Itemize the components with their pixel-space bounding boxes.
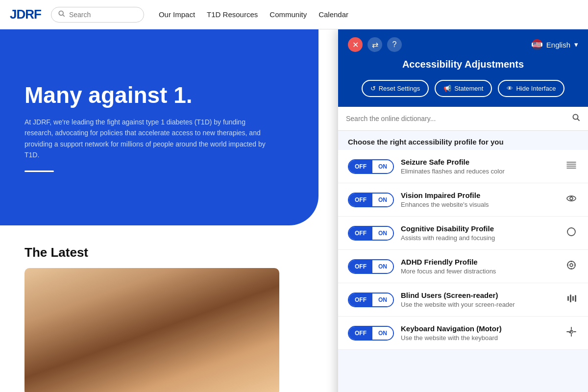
blind-toggle[interactable]: OFF ON [348,293,394,307]
svg-point-5 [570,197,573,200]
cognitive-profile-name: Cognitive Disability Profile [401,224,558,233]
latest-title: The Latest [24,245,294,260]
dict-search-icon [572,114,580,123]
seizure-profile-name: Seizure Safe Profile [401,158,558,166]
seizure-toggle-on[interactable]: ON [372,160,393,173]
svg-line-3 [578,119,580,121]
main-content: Many against 1. At JDRF, we're leading t… [0,29,588,392]
panel-actions: ↺ Reset Settings 📢 Statement 👁 Hide Inte… [338,80,588,107]
keyboard-profile-desc: Use the website with the keyboard [401,334,558,342]
eye-icon: 👁 [507,85,513,92]
hero-line [24,171,54,172]
keyboard-toggle-off[interactable]: OFF [349,327,372,340]
vision-profile-desc: Enhances the website's visuals [401,201,558,208]
statement-label: Statement [454,85,483,92]
svg-point-7 [567,261,575,269]
logo-text: JDRF [10,7,41,22]
hide-interface-button[interactable]: 👁 Hide Interface [498,80,564,97]
svg-line-1 [63,15,64,16]
panel-help-button[interactable]: ? [387,37,402,52]
profile-row-cognitive: OFF ON Cognitive Disability Profile Assi… [338,217,588,250]
statement-button[interactable]: 📢 Statement [435,80,492,97]
seizure-toggle-off[interactable]: OFF [349,160,372,173]
svg-rect-13 [567,296,569,301]
adhd-profile-icon [564,259,578,274]
hide-label: Hide Interface [516,85,556,92]
adhd-toggle-on[interactable]: ON [372,260,393,273]
blind-profile-desc: Use the website with your screen-reader [401,301,558,308]
profile-row-seizure: OFF ON Seizure Safe Profile Eliminates f… [338,150,588,183]
panel-close-button[interactable]: ✕ [348,37,363,52]
reset-label: Reset Settings [379,85,420,92]
search-bar[interactable] [51,7,144,23]
panel-header: ✕ ⇄ ? 🇺🇸 English ▾ [338,29,588,59]
panel-controls: ✕ ⇄ ? [348,37,402,52]
logo: JDRF [10,7,41,22]
svg-rect-16 [575,295,576,302]
blind-toggle-on[interactable]: ON [372,294,393,306]
vision-toggle[interactable]: OFF ON [348,193,394,207]
profile-row-blind: OFF ON Blind Users (Screen-reader) Use t… [338,283,588,317]
dictionary-search[interactable] [338,107,588,131]
nav-items: Our Impact T1D Resources Community Calen… [159,10,348,19]
hero-section: Many against 1. At JDRF, we're leading t… [0,29,318,225]
nav-community[interactable]: Community [270,10,307,19]
profile-row-keyboard: OFF ON Keyboard Navigation (Motor) Use t… [338,317,588,350]
search-icon [58,10,65,19]
adhd-toggle-off[interactable]: OFF [349,260,372,273]
keyboard-toggle-on[interactable]: ON [372,327,393,340]
vision-toggle-on[interactable]: ON [372,194,393,206]
profile-row-vision: OFF ON Vision Impaired Profile Enhances … [338,183,588,217]
adhd-toggle[interactable]: OFF ON [348,259,394,274]
flag-icon: 🇺🇸 [532,39,542,50]
vision-profile-info: Vision Impaired Profile Enhances the web… [401,191,558,208]
cognitive-profile-desc: Assists with reading and focusing [401,234,558,242]
language-selector[interactable]: 🇺🇸 English ▾ [532,39,578,50]
cognitive-toggle-on[interactable]: ON [372,227,393,240]
reset-icon: ↺ [370,85,376,92]
seizure-profile-icon [564,159,578,174]
svg-point-6 [567,228,575,236]
nav-t1d-resources[interactable]: T1D Resources [207,10,258,19]
panel-nav-button[interactable]: ⇄ [368,37,382,52]
hero-title: Many against 1. [24,83,294,108]
cognitive-profile-icon [564,226,578,241]
header: JDRF Our Impact T1D Resources Community … [0,0,588,29]
vision-profile-name: Vision Impaired Profile [401,191,558,199]
cognitive-toggle-off[interactable]: OFF [349,227,372,240]
adhd-profile-info: ADHD Friendly Profile More focus and few… [401,258,558,275]
megaphone-icon: 📢 [443,85,451,92]
seizure-toggle[interactable]: OFF ON [348,159,394,174]
image-placeholder [24,268,279,392]
language-label: English [546,41,570,49]
profile-subtitle: Choose the right accessibility profile f… [338,131,588,150]
adhd-profile-desc: More focus and fewer distractions [401,268,558,275]
reset-settings-button[interactable]: ↺ Reset Settings [362,80,429,97]
nav-calendar[interactable]: Calendar [318,10,348,19]
panel-title-bar: Accessibility Adjustments [338,59,588,80]
cognitive-profile-info: Cognitive Disability Profile Assists wit… [401,224,558,242]
panel-title: Accessibility Adjustments [348,59,578,70]
keyboard-toggle[interactable]: OFF ON [348,326,394,341]
keyboard-profile-icon [564,326,578,341]
hero-text: At JDRF, we're leading the fight against… [24,117,270,161]
keyboard-profile-info: Keyboard Navigation (Motor) Use the webs… [401,324,558,342]
panel-body: Choose the right accessibility profile f… [338,107,588,392]
latest-image [24,268,279,392]
chevron-down-icon: ▾ [574,40,578,49]
dictionary-input[interactable] [346,115,572,122]
latest-section: The Latest [0,235,318,392]
blind-profile-name: Blind Users (Screen-reader) [401,291,558,299]
vision-toggle-off[interactable]: OFF [349,194,372,206]
keyboard-profile-name: Keyboard Navigation (Motor) [401,324,558,333]
blind-profile-info: Blind Users (Screen-reader) Use the webs… [401,291,558,308]
seizure-profile-desc: Eliminates flashes and reduces color [401,168,558,175]
blind-toggle-off[interactable]: OFF [349,294,372,306]
svg-rect-14 [570,294,571,302]
profile-row-adhd: OFF ON ADHD Friendly Profile More focus … [338,250,588,283]
nav-our-impact[interactable]: Our Impact [159,10,195,19]
search-input[interactable] [69,11,133,19]
cognitive-toggle[interactable]: OFF ON [348,226,394,241]
adhd-profile-name: ADHD Friendly Profile [401,258,558,266]
seizure-profile-info: Seizure Safe Profile Eliminates flashes … [401,158,558,175]
